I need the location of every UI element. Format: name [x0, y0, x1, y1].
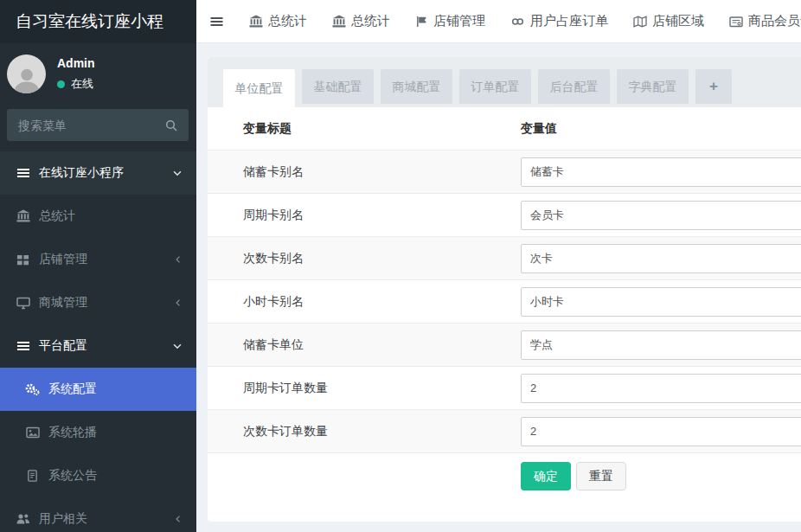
row-label: 周期卡别名 [208, 208, 521, 223]
sidebar-menu: 在线订座小程序 总统计 店铺管理 商城管理 平台配置 系统配置 [0, 151, 196, 532]
topbar-item-statistics-1[interactable]: 总统计 [249, 13, 307, 29]
sidebar-item-system-notice[interactable]: 系统公告 [0, 454, 196, 497]
form-actions: 确定 重置 [208, 452, 801, 490]
sidebar: 自习室在线订座小程 Admin 在线 在线订座小程序 [0, 0, 196, 532]
avatar[interactable] [7, 54, 46, 93]
topbar-item-store-management[interactable]: 店铺管理 [415, 13, 485, 29]
sidebar-item-system-config[interactable]: 系统配置 [0, 368, 196, 411]
config-form: 储蓄卡别名 周期卡别名 次数卡别名 小时卡别名 储蓄卡单位 周期卡订单数量 次数… [208, 150, 801, 490]
chevron-down-icon [171, 340, 183, 352]
tab-backend-config[interactable]: 后台配置 [538, 69, 610, 104]
grid-icon [15, 253, 31, 266]
search-input[interactable] [18, 119, 164, 132]
sidebar-search [7, 109, 189, 141]
bars-icon [15, 166, 31, 180]
form-row: 周期卡订单数量 [208, 366, 801, 409]
tab-dict-config[interactable]: 字典配置 [617, 69, 689, 104]
row-label: 周期卡订单数量 [208, 381, 521, 396]
sidebar-item-app-root[interactable]: 在线订座小程序 [0, 151, 196, 195]
row-label: 次数卡订单数量 [208, 424, 521, 439]
bank-icon [332, 15, 346, 29]
form-row: 次数卡别名 [208, 236, 801, 279]
bars-icon [15, 339, 31, 353]
row-value-input[interactable] [521, 201, 801, 230]
map-icon [633, 15, 647, 29]
form-row: 储蓄卡单位 [208, 323, 801, 366]
member-card-icon [729, 15, 743, 29]
online-dot-icon [57, 80, 65, 88]
row-value-input[interactable] [521, 374, 801, 403]
search-icon[interactable] [164, 119, 178, 132]
notice-icon [24, 469, 41, 483]
gears-icon [24, 382, 41, 396]
form-row: 次数卡订单数量 [208, 409, 801, 452]
tab-basic-config[interactable]: 基础配置 [302, 69, 374, 104]
row-label: 次数卡别名 [208, 251, 521, 266]
row-label: 小时卡别名 [208, 294, 521, 310]
reset-button[interactable]: 重置 [576, 462, 626, 490]
form-headers: 变量标题 变量值 [208, 107, 801, 150]
tab-unit-config[interactable]: 单位配置 [223, 69, 295, 107]
sidebar-item-platform-config[interactable]: 平台配置 [0, 324, 196, 368]
chevron-left-icon [173, 298, 183, 308]
chevron-left-icon [173, 514, 183, 524]
desktop-icon [15, 296, 31, 310]
row-value-input[interactable] [521, 417, 801, 446]
sidebar-item-user-related[interactable]: 用户相关 [0, 497, 196, 532]
flag-icon [415, 15, 428, 29]
row-label: 储蓄卡别名 [208, 164, 521, 180]
form-row: 小时卡别名 [208, 279, 801, 323]
user-name: Admin [57, 56, 95, 70]
row-label: 储蓄卡单位 [208, 337, 521, 353]
user-status: 在线 [57, 76, 95, 92]
tab-order-config[interactable]: 订单配置 [459, 69, 531, 104]
row-value-input[interactable] [521, 244, 801, 273]
person-icon [11, 64, 42, 93]
confirm-button[interactable]: 确定 [521, 462, 571, 490]
column-header-title: 变量标题 [208, 121, 521, 137]
chevron-down-icon [171, 167, 183, 179]
sidebar-item-store-management[interactable]: 店铺管理 [0, 238, 196, 281]
sidebar-item-system-carousel[interactable]: 系统轮播 [0, 411, 196, 454]
sidebar-item-mall-management[interactable]: 商城管理 [0, 281, 196, 324]
app-title: 自习室在线订座小程 [0, 0, 196, 43]
form-row: 储蓄卡别名 [208, 150, 801, 193]
topbar-item-user-seat-orders[interactable]: 用户占座订单 [510, 13, 608, 29]
user-status-label: 在线 [71, 76, 93, 92]
row-value-input[interactable] [521, 287, 801, 317]
main-panel: 单位配置 基础配置 商城配置 订单配置 后台配置 字典配置 + 变量标题 变量值… [208, 57, 801, 522]
topbar-item-store-area[interactable]: 店铺区域 [633, 13, 704, 29]
tab-mall-config[interactable]: 商城配置 [381, 69, 452, 104]
chevron-left-icon [173, 254, 183, 265]
user-panel: Admin 在线 [0, 43, 196, 99]
topbar: 总统计 总统计 店铺管理 用户占座订单 店铺区域 商品会员卡 [196, 0, 801, 43]
sidebar-item-statistics[interactable]: 总统计 [0, 195, 196, 238]
row-value-input[interactable] [521, 330, 801, 360]
link-icon [510, 15, 525, 29]
topbar-item-product-member-card[interactable]: 商品会员卡 [729, 13, 801, 29]
topbar-item-statistics-2[interactable]: 总统计 [332, 13, 390, 29]
hamburger-icon[interactable] [209, 15, 224, 29]
column-header-value: 变量值 [521, 121, 801, 137]
bank-icon [15, 209, 31, 223]
users-icon [15, 512, 31, 526]
form-row: 周期卡别名 [208, 193, 801, 236]
bank-icon [249, 15, 263, 29]
tab-add[interactable]: + [695, 69, 732, 104]
config-tabbar: 单位配置 基础配置 商城配置 订单配置 后台配置 字典配置 + [208, 57, 801, 107]
row-value-input[interactable] [521, 157, 801, 187]
image-icon [24, 426, 41, 439]
